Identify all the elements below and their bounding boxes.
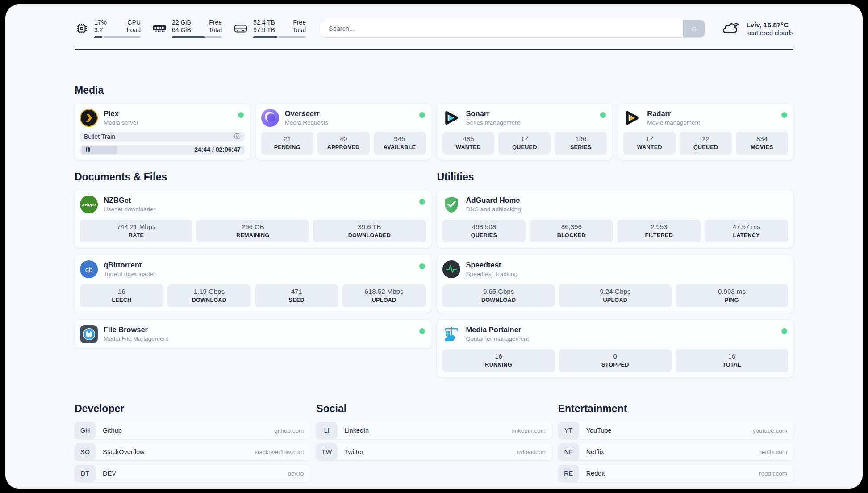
bookmark-badge: SO [75,443,96,460]
app-name: Speedtest [466,260,789,269]
app-card-plex[interactable]: Plex Media server Bullet Train [75,104,250,160]
app-name: File Browser [104,325,413,334]
stat-upload: 618.52 Mbps UPLOAD [342,284,426,307]
section-entertainment: Entertainment YT YouTube youtube.com NF … [558,402,793,486]
now-playing-row: Bullet Train [80,132,245,142]
status-online-dot [781,328,787,334]
stat-upload: 9.24 Gbps UPLOAD [559,284,672,307]
overseerr-icon [261,109,279,127]
bookmark-url: dev.to [288,470,304,477]
disk-progress-bar [253,36,306,38]
disk-label-2: Total [292,26,306,34]
app-description: Media Requests [285,119,413,126]
weather-widget: Lviv, 16.87°C scattered clouds [722,21,793,37]
speedtest-icon [442,260,460,278]
app-card-adguard[interactable]: AdGuard Home DNS and adblocking 498,508 … [437,190,794,248]
bookmark-linkedin[interactable]: LI LinkedIn linkedin.com [316,422,551,439]
bookmark-twitter[interactable]: TW Twitter twitter.com [316,443,551,460]
app-name: Plex [104,109,232,118]
stat-wanted: 17 WANTED [623,132,676,155]
cpu-stat: 17% 3.2 CPU Load [75,19,141,38]
weather-condition: scattered clouds [746,29,793,37]
bookmark-name: StackOverflow [103,448,144,455]
disk-label-1: Free [292,19,306,26]
bookmark-badge: YT [558,422,579,439]
cpu-percent: 17% [94,19,107,26]
bookmark-github[interactable]: GH Github github.com [75,422,310,439]
session-target-icon[interactable] [234,133,241,141]
app-name: AdGuard Home [466,196,789,205]
bookmark-name: YouTube [586,427,612,434]
bookmark-reddit[interactable]: RE Reddit reddit.com [558,465,793,482]
stat-pending: 21 PENDING [261,132,313,155]
bookmark-netflix[interactable]: NF Netflix netflix.com [558,443,793,460]
app-card-sonarr[interactable]: Sonarr Series management 485 WANTED 17 Q… [437,104,613,160]
section-documents: Documents & Files nzbget NZBGet Usenet d… [75,171,431,348]
app-card-overseerr[interactable]: Overseerr Media Requests 21 PENDING 40 A… [256,104,431,160]
pause-button[interactable] [82,146,117,154]
cpu-progress-bar [94,36,141,38]
disk-free-value: 52.4 TB [253,19,275,26]
bookmark-url: netflix.com [758,449,787,455]
bookmark-stackoverflow[interactable]: SO StackOverflow stackoverflow.com [75,443,310,460]
section-social: Social LI LinkedIn linkedin.com TW Twitt… [316,402,551,465]
stat-approved: 40 APPROVED [317,132,370,155]
cloud-icon [722,21,741,37]
app-description: Torrent downloader [104,271,413,278]
app-card-radarr[interactable]: Radarr Movie management 17 WANTED 22 QUE… [618,104,793,160]
memory-stat: 22 GiB 64 GiB Free Total [152,19,222,38]
app-card-speedtest[interactable]: Speedtest Speedtest Tracking 9.65 Gbps D… [437,255,794,313]
portainer-icon [442,325,460,343]
bookmark-name: Reddit [586,470,605,477]
bookmark-dev[interactable]: DT DEV dev.to [75,465,310,482]
app-description: Container management [466,335,776,343]
status-online-dot [419,328,425,334]
storage-stat: 52.4 TB 97.9 TB Free Total [234,19,306,38]
app-card-portainer[interactable]: Media Portainer Container management 16 … [437,320,794,377]
qbittorrent-icon: qb [80,260,98,278]
bookmark-name: LinkedIn [344,427,369,434]
filebrowser-icon [80,325,98,343]
status-online-dot [419,199,425,205]
stat-running: 16 RUNNING [442,349,555,372]
search-engine-button[interactable]: G [683,20,705,37]
system-stats: 17% 3.2 CPU Load [75,19,306,38]
sonarr-icon [442,109,460,127]
app-card-nzbget[interactable]: nzbget NZBGet Usenet downloader 744.21 M… [75,190,431,248]
app-description: Usenet downloader [104,206,413,213]
stat-available: 945 AVAILABLE [374,132,426,155]
stat-rate: 744.21 Mbps RATE [80,220,192,242]
disk-total-value: 97.9 TB [253,26,275,34]
bookmark-badge: RE [558,465,579,482]
player-progress-row: 24:44 / 02:06:47 [80,145,245,155]
ram-free-value: 22 GiB [172,19,191,26]
stat-stopped: 0 STOPPED [559,349,672,372]
stat-queued: 22 QUEUED [680,132,732,155]
app-name: Radarr [647,109,776,118]
app-card-filebrowser[interactable]: File Browser Media File Management [75,320,431,348]
stat-filtered: 2,953 FILTERED [617,220,701,242]
bookmark-badge: DT [75,465,96,482]
bookmark-url: reddit.com [759,470,787,477]
ram-label-2: Total [209,26,222,34]
app-name: Overseerr [285,109,413,118]
bookmark-youtube[interactable]: YT YouTube youtube.com [558,422,793,439]
stat-series: 196 SERIES [555,132,607,155]
top-bar: 17% 3.2 CPU Load [75,16,793,41]
stat-remaining: 266 GB REMAINING [196,220,309,242]
ram-total-value: 64 GiB [172,26,191,34]
ram-label-1: Free [209,19,222,26]
app-card-qbittorrent[interactable]: qb qBittorrent Torrent downloader 16 LEE… [75,255,431,313]
app-name: Sonarr [466,109,595,118]
status-online-dot [419,112,425,118]
bookmark-url: linkedin.com [512,427,546,434]
search-bar: G [321,20,705,38]
bookmark-name: Github [103,427,122,434]
app-description: Media server [104,119,232,126]
stat-movies: 834 MOVIES [736,132,788,155]
app-description: Speedtest Tracking [466,271,789,278]
bookmark-name: DEV [103,470,116,477]
bookmark-url: twitter.com [517,449,546,455]
app-name: Media Portainer [466,325,776,334]
search-input[interactable] [321,20,705,38]
